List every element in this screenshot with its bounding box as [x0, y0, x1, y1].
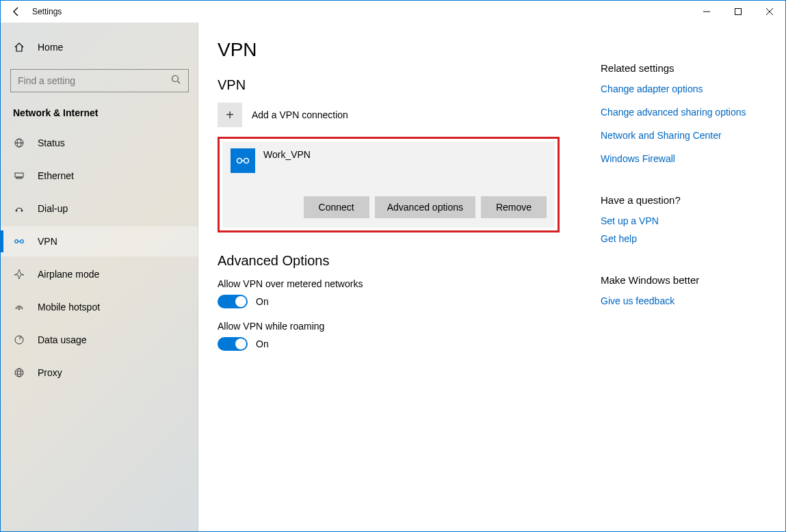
- link-network-sharing-center[interactable]: Network and Sharing Center: [601, 130, 785, 141]
- vpn-connection-card[interactable]: Work_VPN Connect Advanced options Remove: [222, 142, 555, 228]
- dialup-icon: [13, 202, 25, 215]
- svg-point-4: [172, 75, 179, 81]
- sidebar-item-dialup[interactable]: Dial-up: [1, 194, 198, 224]
- sidebar-item-datausage[interactable]: Data usage: [1, 325, 198, 355]
- hotspot-icon: [13, 301, 25, 313]
- sidebar-item-label: Mobile hotspot: [38, 302, 100, 312]
- vpn-connection-icon: [231, 148, 255, 173]
- link-set-up-vpn[interactable]: Set up a VPN: [601, 215, 785, 226]
- minimize-button[interactable]: [691, 1, 722, 23]
- ethernet-icon: [13, 170, 25, 182]
- window-title: Settings: [32, 7, 62, 16]
- metered-toggle-state: On: [256, 296, 269, 307]
- related-settings-heading: Related settings: [601, 62, 785, 74]
- better-heading: Make Windows better: [601, 274, 785, 286]
- close-button[interactable]: [754, 1, 785, 23]
- sidebar-item-label: Ethernet: [38, 170, 74, 181]
- search-icon: [171, 75, 181, 88]
- svg-point-18: [15, 369, 23, 377]
- remove-button[interactable]: Remove: [481, 196, 547, 218]
- sidebar-item-label: Airplane mode: [38, 269, 99, 280]
- svg-point-13: [15, 240, 18, 243]
- roaming-toggle-label: Allow VPN while roaming: [218, 321, 560, 332]
- svg-rect-1: [735, 9, 742, 15]
- svg-line-5: [178, 81, 181, 83]
- metered-toggle[interactable]: [218, 295, 248, 308]
- sidebar-item-label: VPN: [38, 236, 57, 247]
- search-input-wrapper[interactable]: [10, 69, 189, 92]
- sidebar-section-label: Network & Internet: [1, 103, 198, 128]
- titlebar: Settings: [1, 1, 785, 23]
- proxy-icon: [13, 367, 25, 379]
- vpn-icon: [13, 235, 25, 248]
- svg-point-14: [21, 240, 24, 243]
- sidebar-home-label: Home: [38, 42, 63, 53]
- sidebar-item-label: Status: [38, 137, 65, 148]
- airplane-icon: [13, 268, 25, 280]
- connect-button[interactable]: Connect: [304, 196, 369, 218]
- svg-point-11: [16, 210, 18, 212]
- svg-point-12: [21, 210, 23, 212]
- maximize-button[interactable]: [722, 1, 754, 23]
- sidebar-item-ethernet[interactable]: Ethernet: [1, 161, 198, 191]
- sidebar-item-label: Dial-up: [38, 203, 68, 214]
- sidebar-home[interactable]: Home: [1, 32, 198, 62]
- sidebar: Home Network & Internet Status Ethernet …: [1, 23, 198, 531]
- plus-icon: +: [218, 103, 242, 127]
- globe-icon: [13, 137, 25, 149]
- back-button[interactable]: [1, 1, 32, 23]
- link-feedback[interactable]: Give us feedback: [601, 295, 785, 306]
- advanced-heading: Advanced Options: [218, 253, 560, 269]
- question-heading: Have a question?: [601, 194, 785, 206]
- add-vpn-row[interactable]: + Add a VPN connection: [218, 103, 560, 127]
- sidebar-item-vpn[interactable]: VPN: [1, 226, 198, 256]
- link-get-help[interactable]: Get help: [601, 233, 785, 244]
- sidebar-item-airplane[interactable]: Airplane mode: [1, 259, 198, 289]
- sidebar-item-proxy[interactable]: Proxy: [1, 358, 198, 388]
- sidebar-item-label: Data usage: [38, 334, 87, 345]
- vpn-connection-name: Work_VPN: [263, 148, 311, 160]
- datausage-icon: [13, 334, 25, 346]
- roaming-toggle-state: On: [256, 338, 269, 349]
- svg-point-23: [244, 159, 249, 163]
- vpn-connection-highlight: Work_VPN Connect Advanced options Remove: [218, 137, 560, 232]
- sidebar-item-hotspot[interactable]: Mobile hotspot: [1, 292, 198, 322]
- link-windows-firewall[interactable]: Windows Firewall: [601, 153, 785, 164]
- right-rail: Related settings Change adapter options …: [601, 39, 785, 531]
- link-adapter-options[interactable]: Change adapter options: [601, 83, 785, 94]
- link-sharing-options[interactable]: Change advanced sharing options: [601, 107, 785, 118]
- sidebar-item-status[interactable]: Status: [1, 128, 198, 158]
- sidebar-item-label: Proxy: [38, 367, 62, 378]
- svg-rect-9: [15, 173, 23, 177]
- metered-toggle-label: Allow VPN over metered networks: [218, 278, 560, 289]
- advanced-options-button[interactable]: Advanced options: [375, 196, 475, 218]
- svg-point-22: [237, 159, 242, 163]
- section-heading: VPN: [218, 77, 560, 93]
- roaming-toggle[interactable]: [218, 337, 248, 351]
- svg-rect-10: [16, 177, 22, 178]
- svg-point-19: [18, 369, 21, 377]
- svg-point-16: [18, 308, 20, 310]
- search-input[interactable]: [18, 75, 171, 86]
- home-icon: [13, 41, 25, 53]
- add-vpn-label: Add a VPN connection: [252, 109, 348, 120]
- page-title: VPN: [218, 39, 560, 61]
